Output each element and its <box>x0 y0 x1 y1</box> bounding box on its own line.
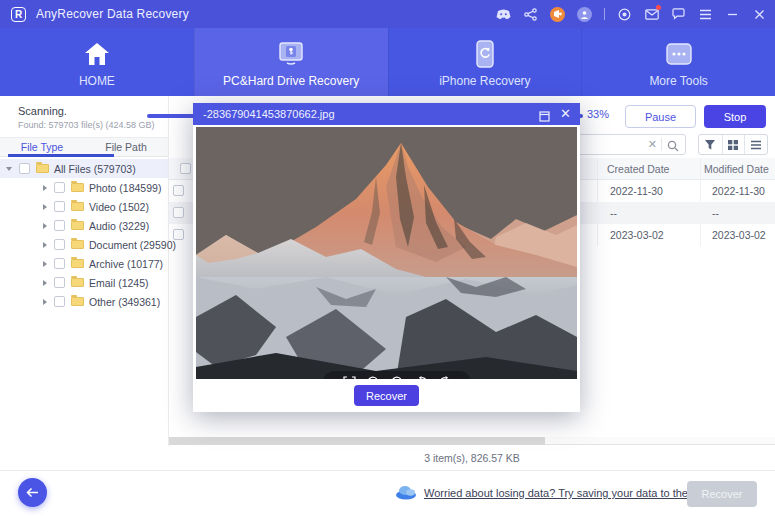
mail-icon[interactable] <box>644 7 659 22</box>
scan-status: Scanning. <box>18 105 67 117</box>
recover-button-disabled[interactable]: Recover <box>687 481 757 507</box>
tree-item-email[interactable]: Email (1245) <box>0 273 168 292</box>
tree-item-other[interactable]: Other (349361) <box>0 292 168 311</box>
chevron-right-icon[interactable] <box>43 299 47 305</box>
chevron-right-icon[interactable] <box>43 204 47 210</box>
search-clear-icon[interactable]: ✕ <box>648 138 657 151</box>
titlebar-divider <box>604 8 605 20</box>
footer-bar: Worried about losing data? Try saving yo… <box>0 470 775 516</box>
chevron-right-icon[interactable] <box>43 280 47 286</box>
file-type-tree: All Files (579703) Photo (184599) Video … <box>0 159 168 311</box>
stop-button[interactable]: Stop <box>704 105 766 128</box>
row-checkbox[interactable] <box>173 229 184 240</box>
more-tools-icon <box>666 39 692 69</box>
row-checkbox[interactable] <box>173 207 184 218</box>
tree-checkbox[interactable] <box>54 277 65 288</box>
rotate-left-icon[interactable] <box>414 375 429 379</box>
tree-checkbox[interactable] <box>54 239 65 250</box>
folder-icon <box>71 202 84 211</box>
row-checkbox[interactable] <box>173 185 184 196</box>
column-created-date[interactable]: Created Date <box>607 163 669 175</box>
back-button[interactable] <box>18 478 47 507</box>
tab-more-tools-label: More Tools <box>649 74 707 88</box>
chevron-right-icon[interactable] <box>43 185 47 191</box>
preview-dialog: -283679041453870662.jpg ✕ <box>193 103 580 412</box>
close-icon[interactable] <box>752 7 767 22</box>
menu-icon[interactable] <box>698 7 713 22</box>
tree-item-label: Photo (184599) <box>89 182 161 194</box>
zoom-in-icon[interactable] <box>366 375 381 379</box>
share-icon[interactable] <box>523 7 538 22</box>
filter-icon[interactable] <box>699 135 722 154</box>
horizontal-scrollbar[interactable] <box>169 437 775 445</box>
feedback-icon[interactable] <box>671 7 686 22</box>
cell-modified-date: -- <box>712 207 719 219</box>
chevron-right-icon[interactable] <box>43 242 47 248</box>
tree-item-label: Video (1502) <box>89 201 149 213</box>
tree-checkbox[interactable] <box>54 296 65 307</box>
cell-modified-date: 2022-11-30 <box>712 185 765 197</box>
tab-home[interactable]: HOME <box>0 28 194 96</box>
account-icon[interactable] <box>577 7 592 22</box>
app-title: AnyRecover Data Recovery <box>36 7 189 21</box>
tree-checkbox[interactable] <box>54 220 65 231</box>
zoom-out-icon[interactable] <box>390 375 405 379</box>
discord-icon[interactable] <box>496 7 511 22</box>
app-logo-icon: R <box>11 7 26 22</box>
app-window: R AnyRecover Data Recovery <box>0 0 775 516</box>
chevron-right-icon[interactable] <box>43 223 47 229</box>
select-all-checkbox[interactable] <box>180 163 191 174</box>
tab-pc-hard-drive-recovery[interactable]: PC&Hard Drive Recovery <box>194 28 388 96</box>
tree-item-label: Audio (3229) <box>89 220 149 232</box>
chevron-down-icon[interactable] <box>6 167 12 171</box>
folder-icon <box>71 259 84 268</box>
scrollbar-thumb[interactable] <box>169 437 545 445</box>
tree-item-label: All Files (579703) <box>54 163 136 175</box>
rotate-right-icon[interactable] <box>438 375 453 379</box>
search-icon[interactable] <box>667 138 679 156</box>
tab-home-label: HOME <box>79 74 115 88</box>
tree-checkbox[interactable] <box>54 258 65 269</box>
grid-view-icon[interactable] <box>722 135 745 154</box>
home-icon <box>84 39 110 69</box>
cell-created-date: 2022-11-30 <box>610 185 663 197</box>
tab-more-tools[interactable]: More Tools <box>581 28 775 96</box>
tab-iphone-recovery[interactable]: iPhone Recovery <box>388 28 582 96</box>
cell-created-date: -- <box>610 207 617 219</box>
preview-dialog-titlebar[interactable]: -283679041453870662.jpg ✕ <box>193 103 580 125</box>
tree-item-photo[interactable]: Photo (184599) <box>0 178 168 197</box>
minimize-icon[interactable] <box>725 7 740 22</box>
preview-recover-button[interactable]: Recover <box>354 385 419 406</box>
tree-item-archive[interactable]: Archive (10177) <box>0 254 168 273</box>
folder-icon <box>36 164 49 173</box>
image-toolbar <box>323 371 471 379</box>
folder-icon <box>71 240 84 249</box>
preview-close-icon[interactable]: ✕ <box>560 106 571 121</box>
scan-found-summary: Found: 579703 file(s) (424.58 GB) <box>18 120 155 130</box>
mountain-photo <box>196 127 577 379</box>
column-modified-date[interactable]: Modified Date <box>704 163 769 175</box>
active-tab-underline <box>8 154 114 157</box>
titlebar: R AnyRecover Data Recovery <box>0 0 775 28</box>
tree-item-video[interactable]: Video (1502) <box>0 197 168 216</box>
cloud-backup-link[interactable]: Worried about losing data? Try saving yo… <box>424 487 717 499</box>
tree-checkbox[interactable] <box>54 182 65 193</box>
fit-screen-icon[interactable] <box>342 375 357 379</box>
tab-iphone-label: iPhone Recovery <box>439 74 530 88</box>
record-icon[interactable] <box>550 7 565 22</box>
chevron-right-icon[interactable] <box>43 261 47 267</box>
tree-checkbox[interactable] <box>19 163 30 174</box>
tree-item-all-files[interactable]: All Files (579703) <box>0 159 168 178</box>
tree-item-label: Archive (10177) <box>89 258 163 270</box>
settings-target-icon[interactable] <box>617 7 632 22</box>
pause-button[interactable]: Pause <box>625 105 696 128</box>
tree-checkbox[interactable] <box>54 201 65 212</box>
maximize-icon[interactable] <box>539 108 550 119</box>
tree-item-audio[interactable]: Audio (3229) <box>0 216 168 235</box>
list-view-icon[interactable] <box>744 135 767 154</box>
tree-item-label: Email (1245) <box>89 277 149 289</box>
tree-item-document[interactable]: Document (29590) <box>0 235 168 254</box>
cloud-icon <box>394 484 418 504</box>
folder-icon <box>71 278 84 287</box>
folder-icon <box>71 221 84 230</box>
